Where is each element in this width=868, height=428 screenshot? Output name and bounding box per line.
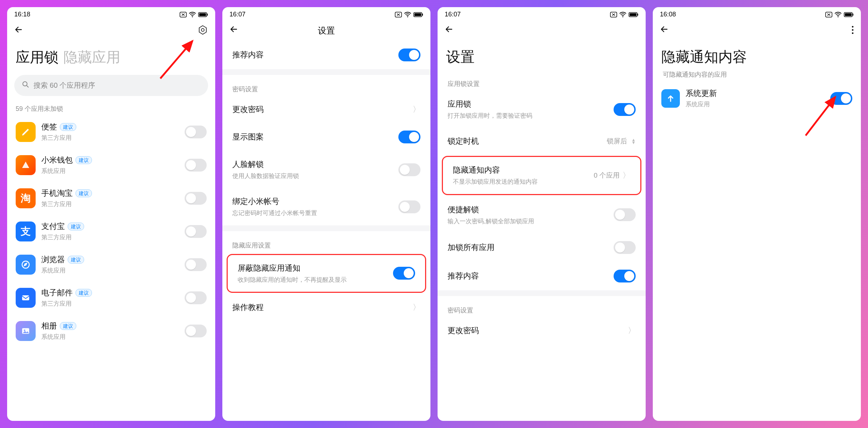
svg-rect-20 — [630, 13, 636, 16]
topbar — [438, 20, 646, 41]
back-icon[interactable] — [445, 25, 454, 36]
svg-rect-26 — [853, 14, 853, 16]
back-icon[interactable] — [14, 25, 24, 37]
row-change-password[interactable]: 更改密码 〉 — [222, 96, 430, 123]
wifi-icon — [835, 12, 842, 17]
dnd-icon — [180, 12, 187, 17]
lock-timing-value: 锁屏后 — [607, 137, 627, 146]
battery-icon — [629, 12, 639, 17]
toggle[interactable] — [185, 325, 207, 337]
toggle[interactable] — [393, 267, 415, 280]
toggle[interactable] — [185, 126, 207, 138]
svg-point-7 — [23, 82, 27, 86]
status-icons — [395, 12, 423, 17]
status-bar: 16:08 — [653, 7, 861, 20]
suggest-badge: 建议 — [60, 123, 76, 131]
topbar — [653, 20, 861, 41]
toggle[interactable] — [185, 225, 207, 238]
row-show-pattern[interactable]: 显示图案 — [222, 123, 430, 151]
toggle[interactable] — [398, 163, 420, 176]
row-lock-timing[interactable]: 锁定时机 锁屏后▲▼ — [438, 128, 646, 154]
row-change-password[interactable]: 更改密码 〉 — [438, 317, 646, 344]
toggle[interactable] — [185, 192, 207, 205]
toggle[interactable] — [614, 103, 636, 116]
highlight-box: 屏蔽隐藏应用通知收到隐藏应用的通知时，不再提醒及显示 — [227, 254, 426, 293]
svg-rect-15 — [414, 13, 421, 16]
settings-icon[interactable] — [197, 25, 208, 37]
clock: 16:08 — [660, 11, 676, 18]
status-bar: 16:07 — [438, 7, 646, 20]
app-row[interactable]: 浏览器建议系统应用 — [7, 248, 215, 281]
suggest-badge: 建议 — [76, 289, 92, 297]
toggle[interactable] — [398, 131, 420, 143]
status-icons — [610, 12, 639, 17]
tab-applock[interactable]: 应用锁 — [16, 49, 58, 65]
chevron-right-icon: 〉 — [622, 170, 630, 181]
row-lock-all[interactable]: 加锁所有应用 — [438, 233, 646, 262]
toggle[interactable] — [614, 270, 636, 282]
status-bar: 16:07 — [222, 7, 430, 20]
dnd-icon — [610, 12, 617, 17]
divider — [222, 69, 430, 75]
app-list: 便签建议 第三方应用 小米钱包建议系统应用 淘 手机淘宝建议第三方应用 支 支付… — [7, 115, 215, 347]
clock: 16:07 — [229, 11, 246, 18]
search-placeholder: 搜索 60 个应用程序 — [33, 81, 95, 90]
svg-point-27 — [852, 26, 854, 27]
back-icon[interactable] — [229, 25, 239, 36]
toggle[interactable] — [614, 208, 636, 221]
svg-point-1 — [192, 16, 193, 17]
row-hide-notification[interactable]: 隐藏通知内容不显示加锁应用发送的通知内容 0 个应用〉 — [443, 157, 640, 194]
app-icon-wallet — [16, 155, 36, 175]
dnd-icon — [825, 12, 832, 17]
toggle[interactable] — [185, 159, 207, 172]
more-icon[interactable] — [852, 26, 854, 36]
app-row[interactable]: 小米钱包建议系统应用 — [7, 148, 215, 182]
toggle[interactable] — [185, 258, 207, 271]
clock: 16:18 — [14, 11, 30, 18]
topbar: 设置 — [222, 20, 430, 41]
status-icons — [180, 12, 208, 17]
divider — [438, 290, 646, 296]
row-block-hidden-notify[interactable]: 屏蔽隐藏应用通知收到隐藏应用的通知时，不再提醒及显示 — [228, 255, 425, 292]
suggest-badge: 建议 — [76, 189, 92, 197]
row-quick-unlock[interactable]: 便捷解锁输入一次密码,解锁全部加锁应用 — [438, 197, 646, 234]
page-title: 设置 — [222, 25, 430, 36]
toggle[interactable] — [614, 241, 636, 254]
svg-marker-5 — [199, 26, 206, 34]
app-row[interactable]: 便签建议 第三方应用 — [7, 115, 215, 148]
app-row[interactable]: 相册建议系统应用 — [7, 314, 215, 347]
svg-rect-4 — [207, 14, 208, 16]
toggle[interactable] — [185, 291, 207, 304]
svg-point-28 — [852, 29, 854, 31]
row-bind-account[interactable]: 绑定小米帐号忘记密码时可通过小米帐号重置 — [222, 188, 430, 225]
app-row[interactable]: 电子邮件建议第三方应用 — [7, 281, 215, 314]
tab-hidden-apps[interactable]: 隐藏应用 — [63, 49, 120, 65]
app-row[interactable]: 支 支付宝建议第三方应用 — [7, 215, 215, 248]
svg-rect-25 — [845, 13, 852, 16]
toggle[interactable] — [830, 92, 852, 105]
row-face-unlock[interactable]: 人脸解锁使用人脸数据验证应用锁 — [222, 151, 430, 188]
row-recommend[interactable]: 推荐内容 — [222, 41, 430, 69]
toggle[interactable] — [398, 200, 420, 213]
back-icon[interactable] — [660, 25, 669, 36]
section-applock: 应用锁设置 — [438, 70, 646, 91]
row-applock[interactable]: 应用锁打开加锁应用时，需要验证密码 — [438, 91, 646, 128]
unlocked-count: 59 个应用未加锁 — [7, 101, 215, 115]
row-recommend[interactable]: 推荐内容 — [438, 262, 646, 290]
clock: 16:07 — [445, 11, 461, 18]
wifi-icon — [404, 12, 411, 17]
search-input[interactable]: 搜索 60 个应用程序 — [14, 75, 208, 96]
row-tutorial[interactable]: 操作教程 〉 — [222, 294, 430, 321]
section-password: 密码设置 — [438, 296, 646, 317]
svg-rect-21 — [637, 14, 638, 16]
toggle[interactable] — [398, 49, 420, 61]
search-icon — [22, 81, 29, 90]
hide-count-value: 0 个应用 — [594, 171, 620, 180]
screen-settings-1: 16:07 设置 推荐内容 密码设置 更改密码 〉 显示图案 人脸解锁使用人脸数… — [222, 7, 430, 421]
app-row[interactable]: 淘 手机淘宝建议第三方应用 — [7, 182, 215, 215]
chevron-right-icon: 〉 — [413, 104, 420, 115]
chevron-right-icon: 〉 — [628, 325, 636, 336]
svg-point-6 — [201, 29, 204, 31]
screen-applock-list: 16:18 应用锁隐藏应用 搜索 60 个应用程序 59 个应用未加锁 便签建议… — [7, 7, 215, 421]
app-row[interactable]: 系统更新系统应用 — [653, 83, 861, 113]
